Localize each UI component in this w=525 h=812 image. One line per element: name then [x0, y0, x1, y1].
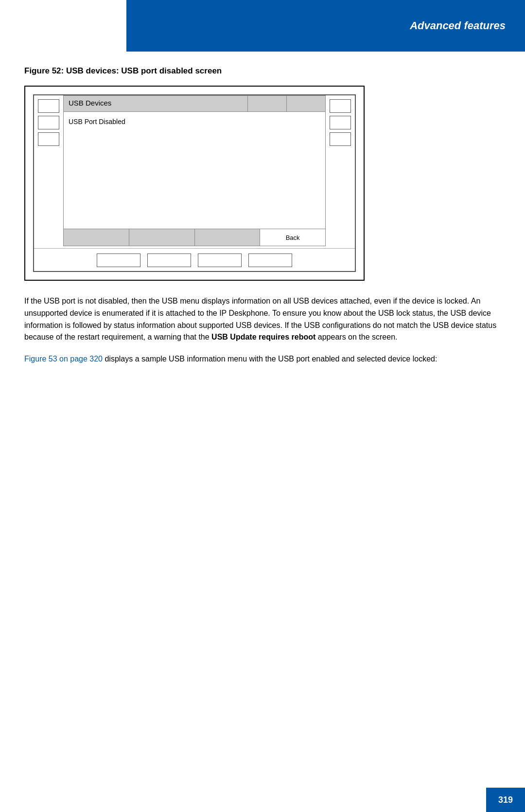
left-buttons — [34, 95, 63, 246]
display-header-title: USB Devices — [64, 96, 247, 111]
right-button-1[interactable] — [330, 99, 351, 113]
display-row-1: USB Port Disabled — [69, 116, 320, 127]
softkey-back[interactable]: Back — [260, 229, 325, 246]
softkey-1[interactable] — [64, 229, 129, 246]
header-title: Advanced features — [410, 19, 506, 32]
left-button-2[interactable] — [38, 116, 59, 129]
header-bar: Advanced features — [126, 0, 525, 52]
softkey-3[interactable] — [195, 229, 261, 246]
bold-text: USB Update requires reboot — [211, 333, 315, 341]
bottom-btn-2[interactable] — [147, 253, 191, 267]
para2-text: displays a sample USB information menu w… — [103, 355, 437, 363]
page-number: 319 — [486, 788, 525, 812]
left-button-1[interactable] — [38, 99, 59, 113]
para1-end: appears on the screen. — [315, 333, 397, 341]
screen-top: USB Devices USB Port Disabled — [34, 95, 355, 246]
display-tab-1 — [247, 96, 286, 111]
figure-caption: Figure 52: USB devices: USB port disable… — [24, 66, 501, 76]
right-button-3[interactable] — [330, 132, 351, 146]
softkeys-row: Back — [64, 229, 325, 246]
bottom-btn-4[interactable] — [248, 253, 292, 267]
main-content: Figure 52: USB devices: USB port disable… — [0, 52, 525, 414]
body-paragraph-1: If the USB port is not disabled, then th… — [24, 295, 501, 343]
screen-inner: USB Devices USB Port Disabled — [33, 94, 356, 272]
softkey-2[interactable] — [129, 229, 195, 246]
bottom-btn-1[interactable] — [97, 253, 140, 267]
bottom-buttons — [34, 248, 355, 271]
body-paragraph-2: Figure 53 on page 320 displays a sample … — [24, 353, 501, 365]
display-header-tabs — [247, 96, 325, 111]
left-button-3[interactable] — [38, 132, 59, 146]
display-area: USB Devices USB Port Disabled — [63, 95, 326, 246]
screen-mockup: USB Devices USB Port Disabled — [24, 86, 365, 281]
right-buttons — [326, 95, 355, 246]
display-tab-2 — [286, 96, 325, 111]
display-header: USB Devices — [64, 96, 325, 112]
display-body: USB Port Disabled — [64, 112, 325, 229]
figure-53-link[interactable]: Figure 53 on page 320 — [24, 355, 103, 363]
bottom-btn-3[interactable] — [198, 253, 242, 267]
right-button-2[interactable] — [330, 116, 351, 129]
